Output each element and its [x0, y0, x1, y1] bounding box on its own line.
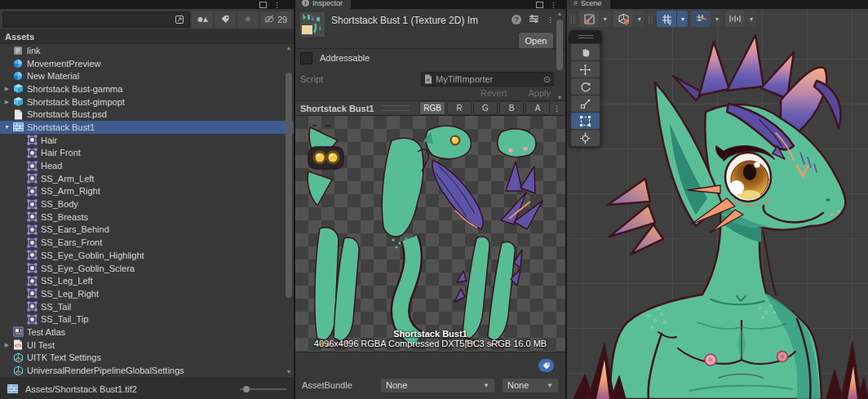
snap-increment-dropdown[interactable]: ▼ — [746, 11, 756, 27]
filter-by-type-button[interactable] — [192, 11, 213, 28]
favorites-button[interactable]: ★ — [237, 11, 259, 28]
material-icon — [12, 70, 24, 82]
tree-item-ss-leg-left[interactable]: SS_Leg_Left — [0, 274, 294, 287]
shading-mode-dropdown[interactable]: ▼ — [600, 11, 610, 27]
scroll-up-icon[interactable]: ▲ — [556, 11, 564, 16]
tree-item-ss-tail-tip[interactable]: SS_Tail_Tip — [0, 313, 294, 326]
assetbundle-tag-icon[interactable] — [538, 359, 554, 372]
grid-visibility-button[interactable]: y — [657, 11, 676, 27]
model-icon — [12, 83, 24, 95]
tree-item-new-material[interactable]: New Material — [0, 69, 294, 82]
open-in-window-icon[interactable] — [171, 14, 188, 25]
tree-item-ss-breasts[interactable]: SS_Breasts — [0, 211, 294, 224]
tree-item-movementpreview[interactable]: MovementPreview — [0, 57, 294, 70]
tree-item-label: Shortstack Bust1 — [27, 122, 95, 132]
grid-snap-dropdown[interactable]: ▼ — [711, 11, 722, 27]
rect-tool-button[interactable] — [571, 113, 600, 129]
channel-button-b[interactable]: B — [499, 101, 524, 115]
preview-header[interactable]: Shortstack Bust1 RGBRGBA ⋮ — [295, 100, 565, 116]
channel-button-r[interactable]: R — [447, 101, 472, 115]
import-actions: Revert Apply — [474, 87, 557, 99]
assets-header[interactable]: Assets — [0, 30, 294, 44]
tree-item-ss-tail[interactable]: SS_Tail — [0, 300, 294, 313]
scrollbar-thumb[interactable] — [556, 20, 563, 70]
hidden-count-button[interactable]: 29 — [260, 11, 291, 28]
transform-tool-button[interactable] — [571, 130, 600, 146]
panel-menu-icon[interactable]: ⋮ — [550, 1, 557, 9]
filter-by-label-button[interactable] — [215, 11, 236, 28]
assetbundle-variant-dropdown[interactable]: None ▼ — [502, 378, 559, 393]
shading-mode-button[interactable] — [579, 11, 599, 27]
expander-collapsed-icon[interactable]: ▶ — [2, 99, 12, 105]
tree-item-hair-front[interactable]: Hair Front — [0, 147, 294, 160]
header-menu-icon[interactable]: ⋮ — [547, 16, 554, 24]
tree-item-ss-leg-right[interactable]: SS_Leg_Right — [0, 287, 294, 300]
grid-visibility-dropdown[interactable]: ▼ — [677, 11, 688, 27]
toolbar-drag-handle[interactable]: || — [570, 15, 576, 24]
tree-item-head[interactable]: Head — [0, 159, 294, 172]
tree-item-ss-arm-right[interactable]: SS_Arm_Right — [0, 185, 294, 198]
channel-button-rgb[interactable]: RGB — [419, 101, 445, 115]
project-scrollbar[interactable]: ▲ ▼ — [285, 45, 293, 375]
tree-item-ss-ears-front[interactable]: SS_Ears_Front — [0, 236, 294, 249]
assetbundle-dropdown[interactable]: None ▼ — [380, 378, 495, 393]
expander-collapsed-icon[interactable]: ▶ — [2, 86, 12, 92]
open-button[interactable]: Open — [518, 32, 554, 49]
script-field[interactable]: # MyTiffImporter ⊙ — [421, 72, 554, 86]
addressable-checkbox[interactable] — [300, 52, 312, 64]
search-input[interactable] — [8, 14, 171, 25]
tree-item-label: UniversalRenderPipelineGlobalSettings — [27, 366, 184, 375]
tab-scene[interactable]: # Scene — [567, 0, 610, 9]
tree-item-ss-eye-goblin-sclera[interactable]: SS_Eye_Goblin_Sclera — [0, 262, 294, 275]
presets-icon[interactable] — [529, 14, 539, 25]
object-picker-icon[interactable]: ⊙ — [543, 74, 551, 85]
tree-item-universalrenderpipelineglobalsettings[interactable]: {}UniversalRenderPipelineGlobalSettings — [0, 364, 294, 377]
channel-button-a[interactable]: A — [525, 101, 550, 115]
assetbundle-label: AssetBundle — [302, 380, 374, 390]
scroll-down-icon[interactable]: ▼ — [285, 369, 293, 375]
search-box[interactable] — [2, 11, 190, 28]
tree-item-shortstack-bust-psd[interactable]: Shortstack Bust.psd — [0, 108, 294, 121]
slider-knob[interactable] — [243, 386, 250, 392]
grid-snap-button[interactable] — [691, 11, 711, 27]
tree-item-shortstack-bust-gamma[interactable]: ▶Shortstack Bust-gamma — [0, 82, 294, 95]
tree-item-test-atlas[interactable]: Test Atlas — [0, 326, 294, 339]
scale-tool-button[interactable] — [571, 95, 600, 112]
preview-drag-handle[interactable] — [382, 105, 410, 111]
revert-button[interactable]: Revert — [474, 87, 513, 99]
help-icon[interactable]: ? — [512, 15, 521, 24]
snap-increment-button[interactable] — [725, 11, 745, 27]
tree-item-ss-body[interactable]: SS_Body — [0, 197, 294, 211]
preview-menu-icon[interactable]: ⋮ — [553, 104, 560, 113]
lighting-dropdown[interactable]: ▼ — [634, 11, 644, 27]
maximize-icon[interactable] — [536, 2, 543, 8]
tree-item-shortstack-bust1[interactable]: ▼Shortstack Bust1 — [0, 121, 294, 134]
tree-item-shortstack-bust-gimpopt[interactable]: ▶Shortstack Bust-gimpopt — [0, 95, 294, 109]
tree-item-uitk-text-settings[interactable]: {}UITK Text Settings — [0, 352, 294, 365]
tree-item-ss-eye-goblin-highlight[interactable]: SS_Eye_Goblin_Highlight — [0, 249, 294, 262]
tree-item-link[interactable]: link — [0, 44, 294, 57]
lighting-button[interactable] — [613, 11, 633, 27]
texture-preview[interactable]: Shortstack Bust1 4096x4096 RGBA Compress… — [295, 116, 565, 352]
tree-item-ui-test[interactable]: ▶</>UI Test — [0, 339, 294, 352]
channel-button-g[interactable]: G — [473, 101, 498, 115]
thumbnail-zoom-slider[interactable] — [240, 388, 287, 390]
move-tool-button[interactable] — [571, 61, 600, 78]
expander-expanded-icon[interactable]: ▼ — [2, 124, 12, 130]
scrollbar-thumb[interactable] — [286, 73, 292, 298]
hand-tool-button[interactable] — [571, 44, 600, 60]
scene-canvas[interactable]: || ▼▼||y▼▼▼ — [567, 9, 868, 399]
maximize-icon[interactable] — [259, 2, 267, 8]
scroll-down-icon[interactable]: ▼ — [556, 95, 564, 100]
scroll-up-icon[interactable]: ▲ — [285, 45, 293, 51]
apply-button[interactable]: Apply — [521, 87, 557, 99]
tools-drag-handle[interactable] — [569, 30, 602, 43]
inspector-scrollbar[interactable]: ▲ ▼ — [556, 11, 564, 100]
tree-item-ss-ears-behind[interactable]: SS_Ears_Behind — [0, 224, 294, 237]
tree-item-ss-arm-left[interactable]: SS_Arm_Left — [0, 172, 294, 185]
tree-item-hair[interactable]: Hair — [0, 134, 294, 147]
expander-collapsed-icon[interactable]: ▶ — [2, 342, 12, 348]
tab-inspector[interactable]: i Inspector — [295, 0, 351, 9]
panel-menu-icon[interactable]: ⋮ — [273, 1, 281, 9]
rotate-tool-button[interactable] — [571, 78, 600, 95]
